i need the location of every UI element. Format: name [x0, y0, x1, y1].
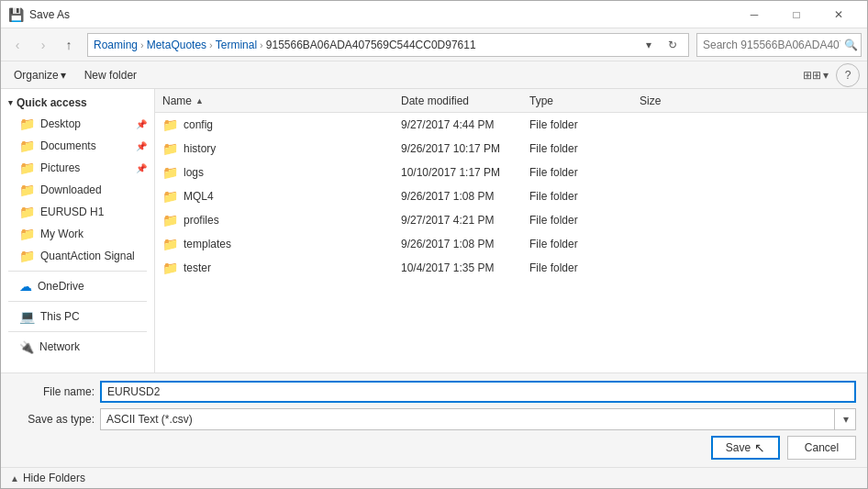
- filetype-wrapper: ASCII Text (*.csv) ▾: [100, 408, 856, 430]
- sidebar-item-desktop[interactable]: 📁 Desktop 📌: [1, 113, 154, 135]
- filetype-label: Save as type:: [12, 413, 95, 426]
- sidebar-item-mywork[interactable]: 📁 My Work: [1, 223, 154, 245]
- sidebar-item-onedrive[interactable]: ☁ OneDrive: [1, 275, 154, 297]
- filetype-row: Save as type: ASCII Text (*.csv) ▾: [12, 408, 856, 430]
- file-type: File folder: [529, 118, 640, 131]
- forward-button[interactable]: ›: [32, 34, 54, 56]
- sidebar-item-label: Network: [39, 340, 80, 353]
- bread-metaquotes[interactable]: MetaQuotes: [147, 39, 206, 51]
- sidebar-item-pictures[interactable]: 📁 Pictures 📌: [1, 157, 154, 179]
- organize-button[interactable]: Organize ▾: [8, 64, 72, 86]
- chevron-up-icon: ▲: [10, 473, 19, 483]
- sidebar-item-downloaded[interactable]: 📁 Downloaded: [1, 179, 154, 201]
- file-date: 9/27/2017 4:44 PM: [401, 118, 529, 131]
- search-box[interactable]: 🔍: [696, 33, 862, 57]
- file-name: MQL4: [184, 190, 214, 203]
- save-button[interactable]: Save ↖: [711, 436, 780, 460]
- file-date: 9/26/2017 1:08 PM: [401, 190, 529, 203]
- col-name-header[interactable]: Name ▲: [162, 94, 401, 107]
- new-folder-button[interactable]: New folder: [79, 64, 142, 86]
- pin-icon: 📌: [136, 119, 147, 129]
- maximize-button[interactable]: □: [775, 1, 818, 28]
- breadcrumb: Roaming › MetaQuotes › Terminal › 915566…: [94, 39, 635, 51]
- sidebar-item-label: Pictures: [40, 161, 80, 174]
- col-name-label: Name: [162, 94, 192, 107]
- folder-icon: 📁: [162, 165, 178, 180]
- help-button[interactable]: ?: [836, 63, 860, 87]
- folder-icon: 📁: [19, 249, 35, 263]
- window-controls: ─ □ ✕: [733, 1, 860, 28]
- view-arrow: ▾: [823, 69, 829, 82]
- sidebar-item-label: Desktop: [40, 117, 81, 130]
- dialog-icon: 💾: [8, 7, 24, 22]
- save-label: Save: [726, 441, 751, 454]
- secondary-toolbar: Organize ▾ New folder ⊞⊞ ▾ ?: [1, 61, 867, 89]
- table-row[interactable]: 📁history 9/26/2017 10:17 PM File folder: [155, 137, 867, 161]
- sidebar-item-documents[interactable]: 📁 Documents 📌: [1, 135, 154, 157]
- bread-roaming[interactable]: Roaming: [94, 39, 138, 51]
- sort-arrow-icon: ▲: [195, 96, 204, 106]
- filename-row: File name:: [12, 381, 856, 403]
- table-row[interactable]: 📁logs 10/10/2017 1:17 PM File folder: [155, 161, 867, 184]
- minimize-button[interactable]: ─: [733, 1, 775, 28]
- sidebar-item-eurusd[interactable]: 📁 EURUSD H1: [1, 201, 154, 223]
- file-type: File folder: [529, 261, 640, 274]
- folder-icon: 📁: [162, 237, 178, 251]
- sidebar-item-network[interactable]: 🔌 Network: [1, 336, 154, 358]
- view-button[interactable]: ⊞⊞ ▾: [799, 64, 832, 86]
- table-row[interactable]: 📁config 9/27/2017 4:44 PM File folder: [155, 113, 867, 137]
- file-type: File folder: [529, 190, 640, 203]
- col-date-header[interactable]: Date modified: [401, 94, 529, 107]
- dropdown-button[interactable]: ▾: [639, 35, 659, 55]
- table-row[interactable]: 📁profiles 9/27/2017 4:21 PM File folder: [155, 208, 867, 232]
- folder-icon: 📁: [162, 141, 178, 156]
- save-as-dialog: 💾 Save As ─ □ ✕ ‹ › ↑ Roaming › MetaQuot…: [0, 0, 868, 489]
- address-bar[interactable]: Roaming › MetaQuotes › Terminal › 915566…: [87, 33, 689, 57]
- filetype-select[interactable]: ASCII Text (*.csv): [100, 408, 856, 430]
- bread-terminal[interactable]: Terminal: [216, 39, 257, 51]
- cursor-icon: ↖: [754, 440, 765, 455]
- file-date: 10/4/2017 1:35 PM: [401, 261, 529, 274]
- sidebar-item-label: OneDrive: [38, 280, 84, 293]
- file-date: 9/26/2017 1:08 PM: [401, 238, 529, 250]
- sidebar: ▾ Quick access 📁 Desktop 📌 📁 Documents 📌…: [1, 89, 155, 372]
- col-type-label: Type: [529, 94, 553, 107]
- hide-folders-bar[interactable]: ▲ Hide Folders: [1, 467, 867, 488]
- sidebar-divider-3: [8, 331, 147, 332]
- close-button[interactable]: ✕: [818, 1, 860, 28]
- filename-input[interactable]: [100, 381, 856, 403]
- sidebar-item-label: EURUSD H1: [40, 206, 104, 218]
- quick-access-header[interactable]: ▾ Quick access: [1, 93, 154, 113]
- file-name: config: [184, 118, 213, 131]
- file-name: tester: [184, 261, 211, 274]
- table-row[interactable]: 📁tester 10/4/2017 1:35 PM File folder: [155, 256, 867, 280]
- back-button[interactable]: ‹: [6, 34, 28, 56]
- cancel-button[interactable]: Cancel: [787, 436, 856, 460]
- file-name: logs: [184, 166, 204, 179]
- refresh-button[interactable]: ↻: [662, 35, 683, 55]
- table-row[interactable]: 📁MQL4 9/26/2017 1:08 PM File folder: [155, 184, 867, 208]
- main-content: ▾ Quick access 📁 Desktop 📌 📁 Documents 📌…: [1, 89, 867, 372]
- file-type: File folder: [529, 166, 640, 179]
- sidebar-item-label: Documents: [40, 139, 96, 152]
- sidebar-item-quant[interactable]: 📁 QuantAction Signal: [1, 245, 154, 267]
- up-button[interactable]: ↑: [58, 34, 80, 56]
- sidebar-item-label: Downloaded: [40, 183, 102, 196]
- col-size-header[interactable]: Size: [640, 94, 860, 107]
- pin-icon: 📌: [136, 163, 147, 173]
- folder-icon: 📁: [19, 117, 35, 131]
- organize-arrow: ▾: [61, 69, 66, 82]
- chevron-down-icon: ▾: [8, 98, 13, 107]
- col-size-label: Size: [640, 94, 661, 107]
- table-row[interactable]: 📁templates 9/26/2017 1:08 PM File folder: [155, 232, 867, 256]
- file-name: profiles: [184, 214, 219, 227]
- search-input[interactable]: [703, 39, 840, 51]
- bottom-bar: File name: Save as type: ASCII Text (*.c…: [1, 372, 867, 467]
- filename-label: File name:: [12, 385, 95, 398]
- onedrive-icon: ☁: [19, 279, 32, 294]
- file-type: File folder: [529, 214, 640, 227]
- address-toolbar: ‹ › ↑ Roaming › MetaQuotes › Terminal › …: [1, 28, 867, 61]
- title-bar-left: 💾 Save As: [8, 7, 70, 22]
- col-type-header[interactable]: Type: [529, 94, 640, 107]
- sidebar-item-thispc[interactable]: 💻 This PC: [1, 306, 154, 328]
